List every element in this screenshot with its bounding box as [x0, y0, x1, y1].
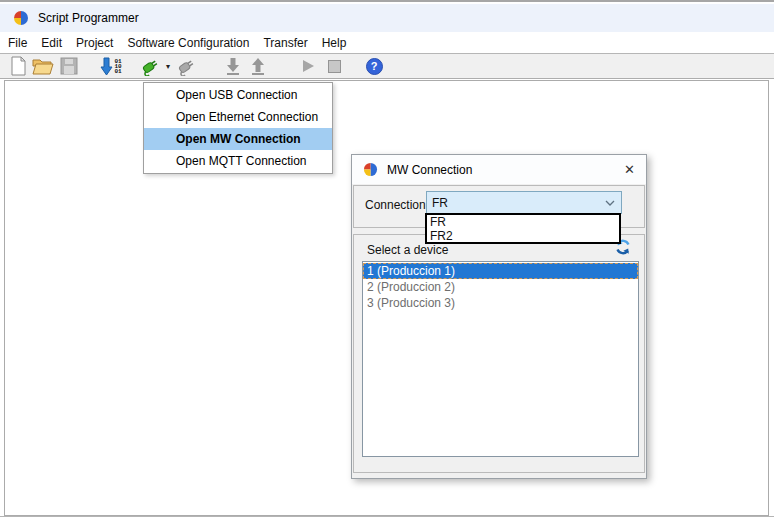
dropdown-arrow-icon: ▾ [166, 62, 170, 71]
open-connection-dropdown-button[interactable]: ▾ [163, 54, 173, 78]
connection-option-fr[interactable]: FR [427, 215, 619, 229]
dialog-title: MW Connection [387, 163, 472, 177]
blue-download-arrow-icon [100, 57, 113, 76]
device-group: Select a device 1 (Produccion 1) 2 (Prod… [353, 234, 645, 473]
window-title: Script Programmer [38, 11, 139, 25]
open-connection-button[interactable] [138, 54, 162, 78]
toolbar: 01 10 01 ▾ [0, 53, 774, 79]
connection-option-list: FR FR2 [425, 213, 621, 244]
connection-dropdown-menu: Open USB Connection Open Ethernet Connec… [143, 82, 333, 174]
app-window: Script Programmer File Edit Project Soft… [0, 0, 774, 518]
new-file-icon [10, 56, 27, 76]
window-bottom-border [0, 516, 774, 517]
menu-project[interactable]: Project [69, 34, 120, 52]
help-button[interactable]: ? [362, 54, 386, 78]
close-connection-button[interactable] [174, 54, 198, 78]
open-folder-icon [32, 58, 54, 75]
download-arrow-icon [225, 57, 241, 75]
menu-item-open-usb-connection[interactable]: Open USB Connection [144, 84, 332, 106]
download-button[interactable] [221, 54, 245, 78]
connect-plug-icon [139, 56, 162, 76]
stop-icon [328, 60, 341, 73]
menu-software-configuration[interactable]: Software Configuration [120, 34, 256, 52]
title-bar: Script Programmer [0, 4, 774, 32]
dialog-close-button[interactable]: ✕ [619, 159, 640, 180]
new-script-button[interactable] [6, 54, 30, 78]
device-listbox: 1 (Produccion 1) 2 (Produccion 2) 3 (Pro… [362, 261, 639, 457]
close-icon: ✕ [624, 162, 635, 177]
stop-button[interactable] [322, 54, 346, 78]
select-device-label: Select a device [367, 243, 448, 257]
connection-option-fr2[interactable]: FR2 [427, 229, 619, 243]
dialog-title-bar: MW Connection ✕ [352, 155, 646, 184]
disconnect-plug-icon [175, 56, 198, 76]
program-download-button[interactable]: 01 10 01 [98, 54, 124, 78]
menu-item-open-mqtt-connection[interactable]: Open MQTT Connection [144, 150, 332, 172]
open-script-button[interactable] [30, 54, 56, 78]
play-icon [302, 59, 315, 73]
save-icon [60, 57, 78, 75]
mw-connection-dialog: MW Connection ✕ Connection: FR FR FR2 Se… [351, 154, 647, 479]
save-script-button[interactable] [57, 54, 81, 78]
chevron-down-icon [605, 200, 615, 206]
menu-edit[interactable]: Edit [34, 34, 69, 52]
upload-button[interactable] [246, 54, 270, 78]
menu-item-open-mw-connection[interactable]: Open MW Connection [144, 128, 332, 150]
menu-file[interactable]: File [1, 34, 34, 52]
menu-bar: File Edit Project Software Configuration… [0, 32, 774, 53]
binary-label: 01 10 01 [114, 59, 121, 74]
device-list-item-2[interactable]: 2 (Produccion 2) [363, 279, 638, 295]
connection-label: Connection: [365, 198, 429, 212]
help-icon: ? [366, 58, 383, 75]
connection-combobox[interactable]: FR [426, 191, 622, 214]
device-list-item-1[interactable]: 1 (Produccion 1) [363, 263, 638, 279]
device-list-item-3[interactable]: 3 (Produccion 3) [363, 295, 638, 311]
run-button[interactable] [296, 54, 320, 78]
menu-help[interactable]: Help [315, 34, 354, 52]
menu-item-open-ethernet-connection[interactable]: Open Ethernet Connection [144, 106, 332, 128]
menu-transfer[interactable]: Transfer [256, 34, 314, 52]
connection-combobox-value: FR [432, 196, 448, 210]
upload-arrow-icon [250, 57, 266, 75]
dialog-logo-icon [363, 162, 378, 177]
app-logo-icon [13, 10, 29, 26]
